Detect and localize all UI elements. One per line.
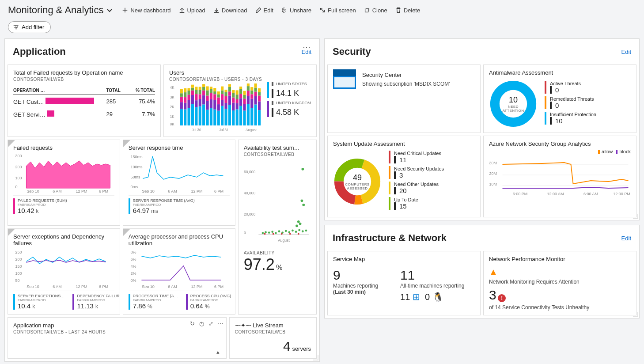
filter-icon: [13, 24, 19, 30]
unshare-button[interactable]: Unshare: [281, 7, 311, 14]
svg-rect-25: [195, 107, 197, 125]
svg-rect-82: [236, 99, 239, 103]
svg-rect-30: [199, 106, 201, 125]
svg-rect-8: [180, 93, 183, 97]
error-icon: !: [498, 294, 506, 302]
security-edit-link[interactable]: Edit: [621, 49, 631, 55]
application-map-tile[interactable]: ↻ ◷ ⤢ ⋯ Application map CONTOSORETAILWEB…: [8, 317, 317, 359]
fullscreen-button[interactable]: Full screen: [319, 7, 356, 14]
svg-point-173: [295, 231, 297, 233]
failed-requests-chart-tile[interactable]: Failed requests 300 200 100 0 Sep 10 6 A…: [8, 140, 120, 226]
svg-text:12 PM: 12 PM: [191, 284, 202, 288]
svg-text:12:00 PM: 12:00 PM: [613, 192, 630, 196]
svg-rect-101: [250, 99, 253, 108]
nsg-analytics-tile[interactable]: Azure Network Security Group Analytics ▮…: [483, 136, 636, 217]
svg-point-177: [264, 233, 265, 235]
svg-text:2%: 2%: [130, 271, 136, 276]
refresh-icon[interactable]: ↻: [190, 320, 195, 327]
panel-menu-icon[interactable]: ⋯: [303, 42, 311, 52]
svg-text:150ms: 150ms: [130, 155, 143, 159]
svg-text:200: 200: [15, 165, 22, 169]
svg-text:Sep 10: Sep 10: [142, 189, 155, 193]
svg-rect-42: [206, 95, 208, 101]
svg-rect-64: [221, 87, 224, 91]
svg-point-162: [295, 225, 298, 228]
availability-tile[interactable]: Availability test sum… CONTOSORETAILWEB …: [238, 140, 317, 315]
svg-text:12 PM: 12 PM: [76, 284, 87, 288]
add-filter-button[interactable]: Add filter: [8, 21, 51, 33]
svg-rect-73: [228, 87, 231, 91]
svg-rect-76: [232, 102, 235, 110]
more-icon[interactable]: ⋯: [218, 320, 224, 327]
svg-rect-17: [188, 95, 190, 100]
network-performance-tile[interactable]: Network Performance Monitor ▲ Network Mo…: [483, 251, 636, 315]
svg-rect-95: [247, 104, 250, 125]
table-row[interactable]: GET Cust… 285 75.4%: [13, 95, 155, 108]
antimalware-tile[interactable]: Antimalware Assessment 10NEEDATTENTION A…: [483, 64, 636, 133]
svg-text:3K: 3K: [170, 95, 174, 100]
service-map-tile[interactable]: Service Map 9 Machines reporting (Last 3…: [327, 251, 481, 315]
svg-rect-84: [236, 90, 239, 95]
cpu-chart-tile[interactable]: Average processor and process CPU utiliz…: [123, 228, 235, 315]
response-time-chart-tile[interactable]: Server response time 150ms 100ms 50ms 0m…: [123, 140, 235, 226]
svg-text:August: August: [278, 238, 290, 243]
clock-icon[interactable]: ◷: [199, 320, 204, 327]
security-center-tile[interactable]: Security Center Showing subscription 'MS…: [327, 64, 481, 133]
svg-rect-37: [202, 91, 205, 95]
edit-button[interactable]: Edit: [255, 7, 273, 14]
table-row[interactable]: GET Servi… 29 7.7%: [13, 108, 155, 121]
svg-rect-24: [191, 85, 194, 88]
failed-requests-table-tile[interactable]: Total of Failed requests by Operation na…: [8, 64, 161, 137]
svg-rect-100: [250, 108, 253, 125]
application-panel: ⋯ Application Edit Total of Failed reque…: [4, 38, 320, 362]
svg-text:200: 200: [15, 257, 22, 262]
svg-rect-35: [202, 104, 205, 125]
system-update-tile[interactable]: System Update Assessment 49COMPUTERSASSE…: [327, 136, 481, 217]
svg-text:6 PM: 6 PM: [214, 284, 224, 288]
svg-rect-44: [206, 86, 208, 90]
upload-button[interactable]: Upload: [179, 7, 205, 14]
svg-text:0ms: 0ms: [130, 185, 138, 189]
svg-rect-109: [254, 83, 257, 88]
svg-point-159: [302, 204, 305, 206]
svg-rect-13: [184, 92, 186, 97]
security-panel: Security Edit Security Center Showing su…: [324, 38, 640, 220]
svg-text:100ms: 100ms: [130, 165, 143, 169]
svg-text:6 PM: 6 PM: [99, 284, 108, 288]
pulse-icon: ⁓✦⁓: [235, 322, 251, 329]
exceptions-chart-tile[interactable]: Server exceptions and Dependency failure…: [8, 228, 120, 315]
clone-button[interactable]: Clone: [364, 7, 387, 14]
svg-rect-45: [210, 108, 212, 125]
svg-text:6:00 PM: 6:00 PM: [513, 192, 528, 196]
svg-point-168: [278, 230, 280, 232]
svg-rect-32: [199, 94, 201, 99]
chevron-down-icon: [106, 7, 113, 14]
svg-point-158: [300, 199, 303, 202]
svg-text:6 AM: 6 AM: [53, 284, 62, 288]
svg-point-161: [299, 223, 301, 225]
dashboard-title[interactable]: Monitoring & Analytics: [8, 4, 113, 16]
svg-text:6 PM: 6 PM: [214, 189, 224, 193]
svg-point-167: [275, 232, 277, 234]
svg-point-171: [288, 231, 290, 233]
infrastructure-edit-link[interactable]: Edit: [621, 235, 631, 242]
svg-rect-59: [217, 91, 220, 94]
svg-rect-114: [258, 88, 261, 92]
svg-text:Sep 10: Sep 10: [142, 284, 155, 288]
live-stream-tile[interactable]: ⁓✦⁓ Live Stream CONTOSORETAILWEB 4 serve…: [229, 317, 317, 359]
svg-text:10M: 10M: [489, 182, 497, 186]
delete-button[interactable]: Delete: [395, 7, 420, 14]
svg-rect-72: [228, 91, 231, 95]
svg-point-157: [301, 168, 304, 171]
svg-text:12:00 AM: 12:00 AM: [547, 192, 564, 196]
svg-text:4%: 4%: [130, 264, 136, 269]
users-tile[interactable]: Users CONTOSORETAILWEB - USERS - 3 DAYS …: [163, 64, 317, 137]
svg-rect-52: [213, 94, 216, 100]
download-button[interactable]: Download: [213, 7, 247, 14]
expand-icon[interactable]: ⤢: [208, 320, 213, 327]
scroll-up-icon[interactable]: ▴: [216, 349, 224, 356]
svg-rect-89: [239, 87, 242, 89]
new-dashboard-button[interactable]: New dashboard: [122, 7, 170, 14]
svg-text:50: 50: [15, 278, 19, 283]
svg-rect-40: [206, 110, 208, 125]
